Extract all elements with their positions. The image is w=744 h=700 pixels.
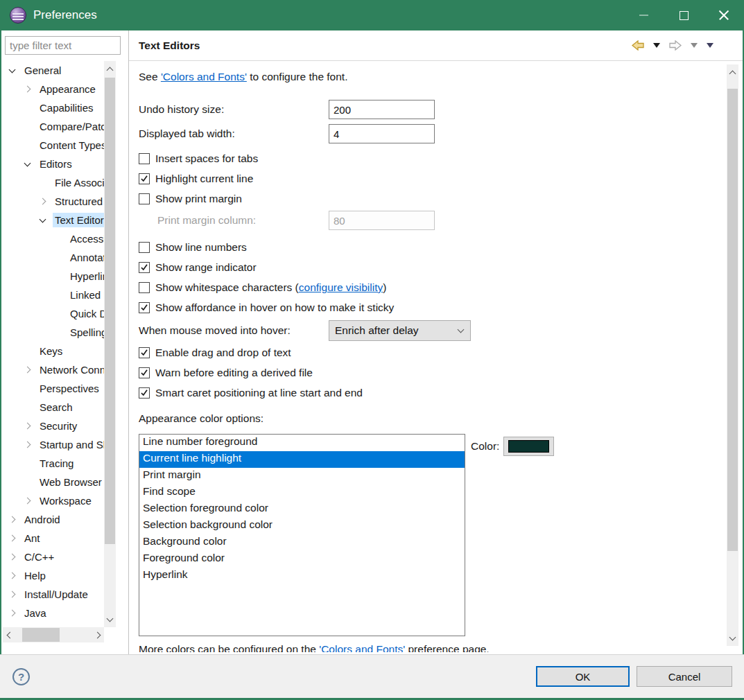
content-vertical-scrollbar[interactable] xyxy=(727,64,738,646)
chevron-right-icon[interactable] xyxy=(10,554,22,559)
checkbox-row-show-print-margin[interactable]: Show print margin xyxy=(139,189,743,209)
sidebar-item-text-editors[interactable]: Text Editors xyxy=(1,211,104,229)
chevron-down-icon[interactable] xyxy=(40,219,53,222)
undo-history-size-input[interactable] xyxy=(329,100,435,119)
show-affordance-in-hover-on-how-to-make-it-sticky-checkbox[interactable] xyxy=(139,302,150,313)
sidebar-item-capabilities[interactable]: Capabilities xyxy=(1,98,104,117)
tree-vertical-scrollbar[interactable] xyxy=(104,61,116,627)
sidebar-item-ant[interactable]: Ant xyxy=(1,529,104,548)
sidebar-item-web-browser[interactable]: Web Browser xyxy=(1,473,104,491)
appearance-color-list[interactable]: Line number foregroundCurrent line highl… xyxy=(139,434,465,636)
show-print-margin-checkbox[interactable] xyxy=(139,193,150,204)
chevron-right-icon[interactable] xyxy=(25,442,37,447)
sidebar-item-quick-diff[interactable]: Quick Diff xyxy=(1,304,104,323)
sidebar-item-compare-patch[interactable]: Compare/Patch xyxy=(1,117,104,136)
sidebar-item-tracing[interactable]: Tracing xyxy=(1,454,104,473)
chevron-down-icon[interactable] xyxy=(25,163,37,166)
ok-button[interactable]: OK xyxy=(536,666,630,687)
chevron-right-icon[interactable] xyxy=(10,517,22,522)
scroll-up-icon[interactable] xyxy=(104,61,116,76)
sidebar-item-security[interactable]: Security xyxy=(1,417,104,435)
back-history-menu-icon[interactable] xyxy=(653,43,660,48)
sidebar-item-linked-mode[interactable]: Linked Mode xyxy=(1,286,104,304)
checkbox-row-show-range-indicator[interactable]: Show range indicator xyxy=(139,257,743,277)
highlight-current-line-checkbox[interactable] xyxy=(139,173,150,184)
scroll-left-icon[interactable] xyxy=(3,627,17,642)
sidebar-item-help[interactable]: Help xyxy=(1,566,104,585)
sidebar-item-keys[interactable]: Keys xyxy=(1,342,104,360)
sidebar-item-content-types[interactable]: Content Types xyxy=(1,136,104,155)
sidebar-item-file-associations[interactable]: File Associations xyxy=(1,173,104,192)
sidebar-item-startup-and-shutdown[interactable]: Startup and Shutdown xyxy=(1,435,104,454)
sidebar-item-structured-text[interactable]: Structured Text xyxy=(1,192,104,211)
minimize-button[interactable] xyxy=(623,0,664,30)
checkbox-row-smart-caret-positioning-at-line-start-and-end[interactable]: Smart caret positioning at line start an… xyxy=(139,383,743,403)
chevron-down-icon[interactable] xyxy=(10,69,22,72)
forward-history-menu-icon[interactable] xyxy=(691,43,698,48)
colors-and-fonts-link[interactable]: 'Colors and Fonts' xyxy=(161,71,247,82)
show-line-numbers-checkbox[interactable] xyxy=(139,242,150,253)
back-arrow-icon[interactable] xyxy=(632,40,644,51)
configure-visibility-link[interactable]: configure visibility xyxy=(299,281,383,294)
chevron-right-icon[interactable] xyxy=(10,573,22,578)
list-item-background-color[interactable]: Background color xyxy=(139,534,465,551)
sidebar-item-plug-in-development[interactable]: Plug-in Development xyxy=(1,622,104,627)
help-button[interactable]: ? xyxy=(12,668,30,685)
tree-horizontal-scrollbar[interactable] xyxy=(3,627,104,642)
list-item-foreground-color[interactable]: Foreground color xyxy=(139,551,465,568)
chevron-right-icon[interactable] xyxy=(25,87,37,91)
list-item-print-margin[interactable]: Print margin xyxy=(139,468,465,484)
tree-scrollbar-thumb[interactable] xyxy=(105,78,115,544)
list-item-selection-background-color[interactable]: Selection background color xyxy=(139,518,465,534)
sidebar-item-appearance[interactable]: Appearance xyxy=(1,80,104,98)
forward-arrow-icon[interactable] xyxy=(669,40,682,51)
sidebar-item-search[interactable]: Search xyxy=(1,398,104,417)
checkbox-row-warn-before-editing-a-derived-file[interactable]: Warn before editing a derived file xyxy=(139,362,743,383)
warn-before-editing-a-derived-file-checkbox[interactable] xyxy=(139,367,150,378)
chevron-right-icon[interactable] xyxy=(40,199,53,204)
cancel-button[interactable]: Cancel xyxy=(637,666,732,687)
content-scroll-down-icon[interactable] xyxy=(727,631,738,646)
scroll-right-icon[interactable] xyxy=(90,627,104,642)
enable-drag-and-drop-of-text-checkbox[interactable] xyxy=(139,347,150,358)
show-range-indicator-checkbox[interactable] xyxy=(139,262,150,273)
checkbox-row-insert-spaces-for-tabs[interactable]: Insert spaces for tabs xyxy=(139,148,743,168)
show-whitespace-characters-checkbox[interactable] xyxy=(139,282,150,293)
displayed-tab-width-input[interactable] xyxy=(329,124,435,143)
content-scrollbar-thumb[interactable] xyxy=(727,89,738,551)
hover-mode-dropdown[interactable]: Enrich after delay xyxy=(329,320,471,341)
list-item-selection-foreground-color[interactable]: Selection foreground color xyxy=(139,501,465,518)
chevron-right-icon[interactable] xyxy=(10,611,22,615)
sidebar-item-install-update[interactable]: Install/Update xyxy=(1,585,104,604)
note-colors-and-fonts-link[interactable]: 'Colors and Fonts' xyxy=(319,643,405,652)
list-item-find-scope[interactable]: Find scope xyxy=(139,484,465,501)
checkbox-row-enable-drag-and-drop-of-text[interactable]: Enable drag and drop of text xyxy=(139,342,743,362)
sidebar-item-annotations[interactable]: Annotations xyxy=(1,248,104,267)
sidebar-item-general[interactable]: General xyxy=(1,61,104,80)
checkbox-row-show-affordance-in-hover-on-how-to-make-it-sticky[interactable]: Show affordance in hover on how to make … xyxy=(139,297,743,317)
sidebar-item-network-connections[interactable]: Network Connections xyxy=(1,360,104,379)
sidebar-item-hyperlinking[interactable]: Hyperlinking xyxy=(1,267,104,286)
chevron-right-icon[interactable] xyxy=(10,592,22,597)
chevron-right-icon[interactable] xyxy=(25,498,37,503)
smart-caret-positioning-at-line-start-and-end-checkbox[interactable] xyxy=(139,387,150,399)
insert-spaces-for-tabs-checkbox[interactable] xyxy=(139,153,150,164)
chevron-right-icon[interactable] xyxy=(10,536,22,541)
sidebar-item-editors[interactable]: Editors xyxy=(1,155,104,173)
sidebar-item-java[interactable]: Java xyxy=(1,604,104,622)
tree-hscrollbar-thumb[interactable] xyxy=(22,628,60,642)
list-item-hyperlink[interactable]: Hyperlink xyxy=(139,568,465,584)
view-menu-icon[interactable] xyxy=(707,43,713,48)
sidebar-item-android[interactable]: Android xyxy=(1,510,104,529)
sidebar-item-c-c[interactable]: C/C++ xyxy=(1,548,104,566)
content-scroll-up-icon[interactable] xyxy=(727,64,738,80)
sidebar-item-accessibility[interactable]: Accessibility xyxy=(1,229,104,248)
sidebar-item-spelling[interactable]: Spelling xyxy=(1,323,104,342)
sidebar-item-workspace[interactable]: Workspace xyxy=(1,491,104,510)
close-button[interactable] xyxy=(704,0,744,30)
list-item-line-number-foreground[interactable]: Line number foreground xyxy=(139,435,465,451)
checkbox-row-highlight-current-line[interactable]: Highlight current line xyxy=(139,168,743,189)
scroll-down-icon[interactable] xyxy=(104,612,116,627)
color-swatch-button[interactable] xyxy=(503,437,554,456)
maximize-button[interactable] xyxy=(664,0,704,30)
